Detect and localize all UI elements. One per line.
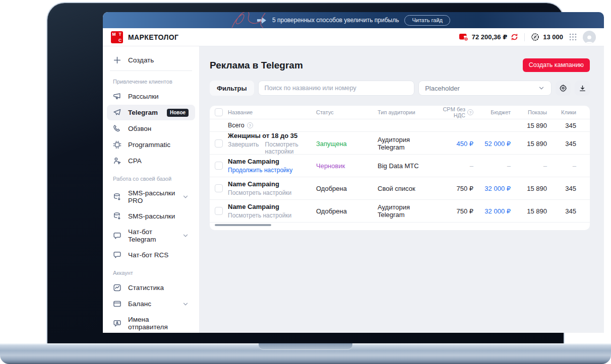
coin-percent-icon bbox=[531, 33, 539, 41]
apps-grid-icon[interactable] bbox=[569, 33, 577, 41]
help-icon[interactable]: ? bbox=[467, 109, 473, 115]
select-all-checkbox[interactable] bbox=[215, 108, 223, 116]
budget-value[interactable]: 32 000 ₽ bbox=[473, 207, 511, 215]
sidebar-item-chatbot-rcs[interactable]: Чат-бот RCS bbox=[107, 247, 195, 263]
budget-value[interactable]: 52 000 ₽ bbox=[473, 140, 511, 148]
sender-bubble-icon bbox=[113, 319, 121, 328]
view-settings-link[interactable]: Посмотреть настройки bbox=[228, 189, 291, 196]
main-content: Реклама в Telegram Создать кампанию Филь… bbox=[200, 46, 604, 333]
campaign-name: Name Campaing bbox=[228, 158, 316, 165]
chevron-down-icon[interactable] bbox=[182, 301, 189, 308]
sidebar-item-obzvon[interactable]: Обзвон bbox=[107, 121, 195, 136]
table-settings-button[interactable] bbox=[556, 81, 571, 96]
row-checkbox[interactable] bbox=[215, 139, 223, 148]
status-badge: Одобрена bbox=[316, 185, 378, 192]
database-arrow-icon bbox=[113, 212, 121, 221]
header-right: 72 200,36 ₽ 13 000 bbox=[459, 31, 596, 44]
sidebar-item-label: SMS-рассылки PRO bbox=[128, 189, 175, 204]
section-label-acquisition: Привлечение клиентов bbox=[103, 72, 199, 88]
budget-value: – bbox=[473, 162, 511, 170]
column-audience: Тип аудитории bbox=[378, 109, 433, 115]
section-label-account: Аккаунт bbox=[103, 263, 199, 279]
new-badge: Новое bbox=[167, 109, 189, 117]
chevron-down-icon[interactable] bbox=[182, 232, 189, 239]
shows-value: 15 890 bbox=[511, 140, 547, 148]
row-checkbox[interactable] bbox=[215, 162, 223, 170]
audience-select[interactable]: Placeholder bbox=[418, 81, 552, 96]
balance-widget[interactable]: 72 200,36 ₽ bbox=[459, 33, 519, 41]
finish-link[interactable]: Завершить bbox=[228, 141, 259, 155]
logo-letter: М bbox=[111, 31, 117, 37]
sidebar-item-label: Чат-бот Telegram bbox=[128, 228, 175, 243]
clicks-value: 345 bbox=[547, 185, 576, 192]
sidebar-create-button[interactable]: Создать bbox=[103, 49, 199, 70]
sidebar-item-programmatic[interactable]: Programmatic bbox=[107, 137, 195, 153]
row-checkbox[interactable] bbox=[215, 207, 223, 215]
points-amount: 13 000 bbox=[543, 33, 563, 41]
sidebar-item-balance[interactable]: Баланс bbox=[107, 296, 195, 312]
read-guide-button[interactable]: Читать гайд bbox=[404, 15, 450, 26]
view-settings-link[interactable]: Посмотреть настройки bbox=[265, 141, 316, 155]
column-status: Статус bbox=[316, 109, 378, 115]
clicks-value: 345 bbox=[547, 207, 576, 215]
refresh-icon[interactable] bbox=[511, 33, 518, 41]
chat-bubble-icon bbox=[113, 232, 121, 240]
chevron-down-icon[interactable] bbox=[182, 193, 189, 200]
audience-type: Свой список bbox=[378, 185, 433, 192]
row-checkbox[interactable] bbox=[215, 184, 223, 192]
total-shows: 15 890 bbox=[511, 122, 547, 129]
table-row: Name Campaing Продолжить настройку Черно… bbox=[210, 155, 590, 177]
scribble-decoration bbox=[230, 12, 341, 28]
sidebar-item-sms[interactable]: SMS-рассылки bbox=[107, 208, 195, 224]
table-row: Name Campaing Посмотреть настройки Одобр… bbox=[210, 200, 590, 223]
sidebar-item-sms-pro[interactable]: SMS-рассылки PRO bbox=[107, 186, 195, 208]
status-badge: Запущена bbox=[316, 140, 378, 148]
screen-content: 5 проверенных способов увеличить прибыль… bbox=[103, 12, 604, 333]
filters-button[interactable]: Фильтры bbox=[210, 81, 254, 96]
campaign-name: Name Campaing bbox=[228, 180, 316, 188]
sidebar-item-label: Telegram bbox=[128, 109, 158, 116]
download-icon bbox=[579, 85, 586, 92]
brand-title: МАРКЕТОЛОГ bbox=[128, 33, 178, 41]
logo-letter: С bbox=[117, 37, 123, 43]
clicks-value: – bbox=[547, 162, 576, 170]
sidebar: Создать Привлечение клиентов Рассылки bbox=[103, 46, 200, 333]
mts-logo[interactable]: М Т С bbox=[111, 31, 123, 43]
horizontal-scrollbar[interactable] bbox=[215, 224, 271, 226]
budget-value[interactable]: 32 000 ₽ bbox=[473, 185, 511, 192]
view-settings-link[interactable]: Посмотреть настройки bbox=[228, 212, 291, 219]
table-row: Name Campaing Посмотреть настройки Одобр… bbox=[210, 177, 590, 200]
balance-amount: 72 200,36 ₽ bbox=[472, 33, 508, 41]
bonus-points-widget[interactable]: 13 000 bbox=[531, 33, 563, 41]
plus-icon bbox=[113, 56, 121, 64]
sidebar-item-label: CPA bbox=[128, 157, 142, 165]
column-budget: Бюджет bbox=[473, 109, 511, 115]
wallet-icon bbox=[459, 33, 468, 41]
shows-value: – bbox=[511, 162, 547, 170]
sidebar-item-rassylki[interactable]: Рассылки bbox=[107, 89, 195, 104]
cpa-icon bbox=[113, 157, 121, 165]
sidebar-item-label: Статистика bbox=[128, 284, 164, 292]
sidebar-item-chatbot-telegram[interactable]: Чат-бот Telegram bbox=[107, 225, 195, 247]
help-icon[interactable]: ? bbox=[247, 122, 253, 128]
table-header-row: Название Статус Тип аудитории CPM без НД… bbox=[210, 106, 590, 119]
continue-setup-link[interactable]: Продолжить настройку bbox=[228, 167, 292, 174]
shows-value: 15 890 bbox=[511, 207, 547, 215]
search-input[interactable] bbox=[265, 85, 408, 92]
campaign-name: Женщины от 18 до 35 bbox=[228, 132, 316, 139]
laptop-notch bbox=[259, 343, 352, 350]
create-campaign-button[interactable]: Создать кампанию bbox=[523, 58, 590, 72]
sidebar-item-telegram[interactable]: Telegram Новое bbox=[107, 105, 195, 120]
shows-value: 15 890 bbox=[511, 185, 547, 192]
card-icon bbox=[113, 300, 121, 308]
sidebar-item-sender-names[interactable]: Имена отправителя bbox=[107, 312, 195, 333]
stats-chart-icon bbox=[113, 283, 121, 292]
download-button[interactable] bbox=[575, 81, 590, 96]
avatar[interactable] bbox=[583, 31, 596, 44]
gear-icon bbox=[559, 84, 567, 92]
status-badge: Черновик bbox=[316, 162, 378, 170]
audience-type: Аудитория Telegram bbox=[378, 203, 433, 219]
sidebar-item-cpa[interactable]: CPA bbox=[107, 153, 195, 169]
cpm-value[interactable]: 450 ₽ bbox=[433, 140, 473, 148]
sidebar-item-statistics[interactable]: Статистика bbox=[107, 280, 195, 296]
